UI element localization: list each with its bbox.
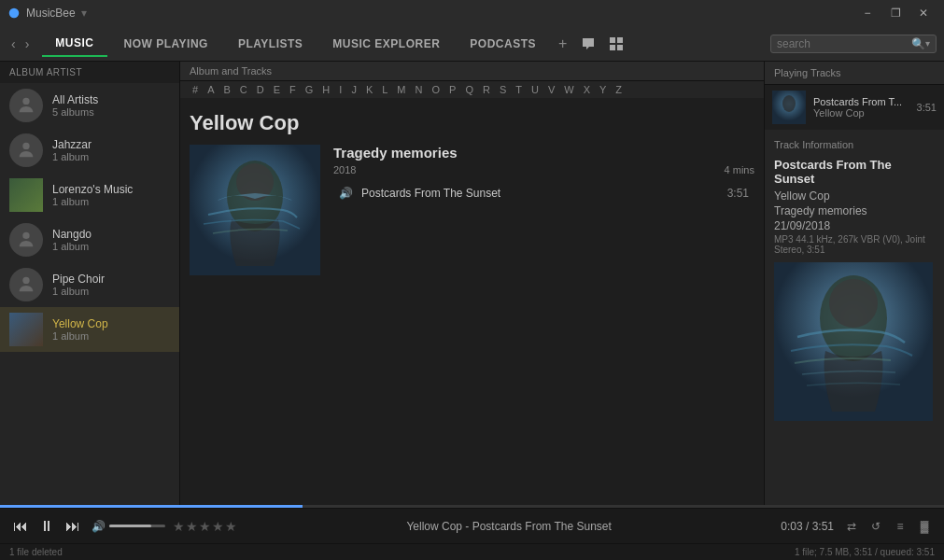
rating-stars: ★ ★ ★ ★ ★ bbox=[173, 519, 237, 534]
grid-icon-button[interactable] bbox=[604, 32, 628, 56]
sidebar-item-yellow-cop[interactable]: Yellow Cop 1 album bbox=[0, 307, 179, 352]
playing-track-item[interactable]: Postcards From T... Yellow Cop 3:51 bbox=[765, 85, 944, 130]
alpha-u[interactable]: U bbox=[528, 83, 542, 96]
time-separator: / bbox=[806, 520, 812, 533]
shuffle-button[interactable]: ⇄ bbox=[841, 516, 862, 537]
svg-point-5 bbox=[22, 98, 29, 105]
chat-icon bbox=[581, 36, 596, 51]
alpha-a[interactable]: A bbox=[204, 83, 217, 96]
star-2[interactable]: ★ bbox=[186, 519, 198, 534]
nav-bar: ‹ › MUSIC NOW PLAYING PLAYLISTS MUSIC EX… bbox=[0, 26, 944, 62]
track-info-header: Track Information bbox=[774, 139, 935, 150]
close-button[interactable]: ✕ bbox=[910, 4, 937, 22]
tab-now-playing[interactable]: NOW PLAYING bbox=[111, 32, 221, 56]
alpha-i[interactable]: I bbox=[336, 83, 345, 96]
forward-button[interactable]: › bbox=[21, 35, 34, 53]
pause-button[interactable]: ⏸ bbox=[35, 515, 58, 538]
app-dropdown-icon[interactable]: ▾ bbox=[81, 7, 87, 20]
sidebar-text-lorenzos-music: Lorenzo's Music 1 album bbox=[52, 183, 133, 207]
sidebar-name-pipe-choir: Pipe Choir bbox=[52, 273, 105, 286]
alpha-j[interactable]: J bbox=[348, 83, 359, 96]
svg-point-16 bbox=[829, 279, 878, 328]
repeat-button[interactable]: ↺ bbox=[866, 516, 886, 537]
tab-music[interactable]: MUSIC bbox=[42, 31, 106, 57]
visualizer-button[interactable]: ▓ bbox=[914, 516, 935, 537]
sidebar: Album Artist All Artists 5 albums Jahzza… bbox=[0, 62, 180, 505]
avatar-pipe-choir bbox=[9, 268, 43, 301]
search-icon[interactable]: 🔍 bbox=[911, 37, 925, 50]
album-title: Tragedy memories bbox=[333, 145, 754, 161]
minimize-button[interactable]: − bbox=[854, 4, 881, 22]
sidebar-item-all-artists[interactable]: All Artists 5 albums bbox=[0, 83, 179, 128]
previous-button[interactable]: ⏮ bbox=[9, 515, 32, 538]
main-area: Album Artist All Artists 5 albums Jahzza… bbox=[0, 62, 944, 505]
seek-bar[interactable] bbox=[0, 505, 944, 508]
star-1[interactable]: ★ bbox=[173, 519, 185, 534]
avatar-all-artists bbox=[9, 89, 43, 122]
alpha-g[interactable]: G bbox=[303, 83, 317, 96]
playing-thumb-art bbox=[772, 91, 806, 124]
alpha-f[interactable]: F bbox=[287, 83, 299, 96]
alpha-c[interactable]: C bbox=[237, 83, 250, 96]
person-icon bbox=[16, 95, 36, 116]
alpha-s[interactable]: S bbox=[497, 83, 509, 96]
sidebar-item-jahzzar[interactable]: Jahzzar 1 album bbox=[0, 128, 179, 173]
svg-point-13 bbox=[782, 95, 796, 112]
center-content: Yellow Cop bbox=[180, 98, 764, 505]
alpha-e[interactable]: E bbox=[271, 83, 283, 96]
alpha-l[interactable]: L bbox=[379, 83, 390, 96]
chat-icon-button[interactable] bbox=[576, 32, 600, 56]
next-button[interactable]: ⏭ bbox=[62, 515, 84, 538]
tab-podcasts[interactable]: PODCASTS bbox=[457, 32, 549, 56]
alpha-z[interactable]: Z bbox=[613, 83, 625, 96]
album-section: Tragedy memories 2018 4 mins 🔊 Postcards… bbox=[180, 145, 764, 275]
restore-button[interactable]: ❐ bbox=[882, 4, 909, 22]
sidebar-header: Album Artist bbox=[0, 62, 179, 83]
star-3[interactable]: ★ bbox=[199, 519, 211, 534]
alpha-o[interactable]: O bbox=[429, 83, 443, 96]
tab-music-explorer[interactable]: MUSIC EXPLORER bbox=[319, 32, 453, 56]
alpha-w[interactable]: W bbox=[561, 83, 576, 96]
bottom-icons: ⇄ ↺ ≡ ▓ bbox=[841, 516, 935, 537]
sidebar-item-pipe-choir[interactable]: Pipe Choir 1 album bbox=[0, 262, 179, 307]
alpha-d[interactable]: D bbox=[254, 83, 267, 96]
alpha-y[interactable]: Y bbox=[597, 83, 609, 96]
sidebar-item-nangdo[interactable]: Nangdo 1 album bbox=[0, 217, 179, 262]
sidebar-name-nangdo: Nangdo bbox=[52, 228, 92, 241]
back-button[interactable]: ‹ bbox=[7, 35, 20, 53]
alpha-p[interactable]: P bbox=[446, 83, 458, 96]
alpha-v[interactable]: V bbox=[545, 83, 557, 96]
add-tab-button[interactable]: + bbox=[553, 34, 572, 54]
alpha-hash[interactable]: # bbox=[190, 83, 201, 96]
tab-playlists[interactable]: PLAYLISTS bbox=[225, 32, 316, 56]
alpha-r[interactable]: R bbox=[480, 83, 493, 96]
svg-rect-4 bbox=[617, 45, 623, 50]
svg-point-8 bbox=[22, 277, 29, 284]
icon-buttons bbox=[576, 32, 628, 56]
alpha-m[interactable]: M bbox=[394, 83, 408, 96]
star-5[interactable]: ★ bbox=[225, 519, 237, 534]
alpha-n[interactable]: N bbox=[413, 83, 426, 96]
alpha-h[interactable]: H bbox=[319, 83, 332, 96]
alpha-t[interactable]: T bbox=[513, 83, 525, 96]
sidebar-name-yellow-cop: Yellow Cop bbox=[52, 317, 108, 330]
playing-title: Postcards From T... bbox=[813, 96, 909, 107]
sidebar-sub-yellow-cop: 1 album bbox=[52, 330, 108, 342]
volume-slider[interactable] bbox=[109, 525, 165, 527]
sidebar-name-all-artists: All Artists bbox=[52, 93, 98, 106]
table-row[interactable]: 🔊 Postcards From The Sunset 3:51 bbox=[333, 183, 754, 203]
search-dropdown-icon[interactable]: ▾ bbox=[925, 38, 930, 49]
alpha-k[interactable]: K bbox=[363, 83, 375, 96]
alpha-b[interactable]: B bbox=[220, 83, 232, 96]
bottom-bar: ⏮ ⏸ ⏭ 🔊 ★ ★ ★ ★ ★ Yellow Cop - Postcards… bbox=[0, 508, 944, 543]
title-bar-left: MusicBee ▾ bbox=[7, 7, 87, 20]
sidebar-item-lorenzos-music[interactable]: Lorenzo's Music 1 album bbox=[0, 173, 179, 217]
alpha-q[interactable]: Q bbox=[462, 83, 476, 96]
queue-button[interactable]: ≡ bbox=[890, 516, 910, 537]
sidebar-name-lorenzos-music: Lorenzo's Music bbox=[52, 183, 133, 196]
search-input[interactable] bbox=[777, 37, 908, 50]
track-info-art-svg bbox=[774, 262, 933, 421]
alpha-x[interactable]: X bbox=[581, 83, 593, 96]
playing-thumb bbox=[772, 91, 806, 124]
star-4[interactable]: ★ bbox=[212, 519, 224, 534]
